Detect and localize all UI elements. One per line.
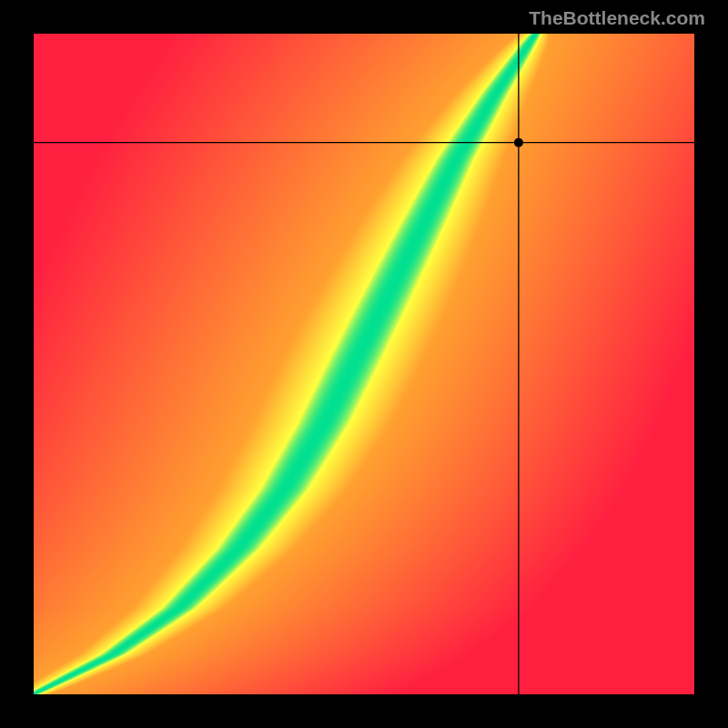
chart-container: TheBottleneck.com [0,0,728,728]
bottleneck-heatmap [34,34,694,694]
watermark-text: TheBottleneck.com [529,7,705,29]
